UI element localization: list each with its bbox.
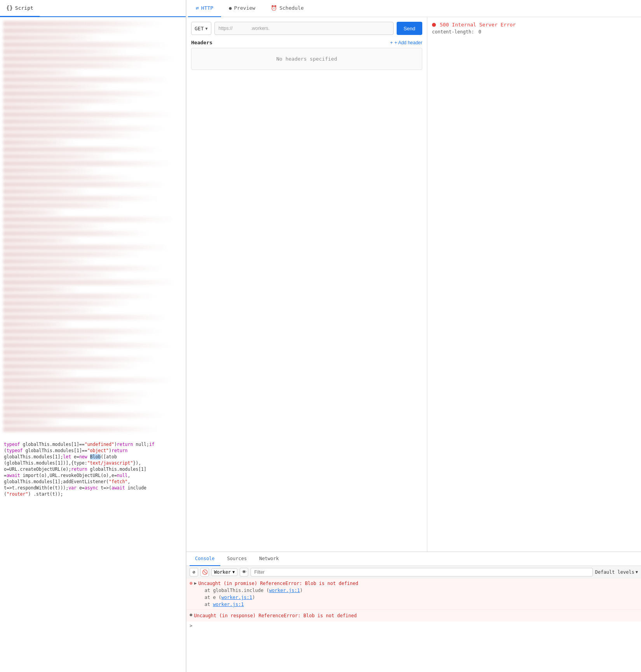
worker-chevron-icon: ▼ [232, 570, 235, 574]
error-icon-1: ⊗ [190, 580, 193, 586]
console-error-row-2: ⊗ Uncaught (in response) ReferenceError:… [186, 610, 641, 622]
url-input[interactable] [214, 22, 394, 35]
send-button[interactable]: Send [397, 22, 422, 35]
http-left: GET ▼ Send Headers + + Add header No hea… [186, 17, 427, 552]
devtools-tab-network[interactable]: Network [254, 552, 284, 566]
http-right: 500 Internal Server Error content-length… [427, 17, 641, 552]
preview-icon: ● [229, 5, 232, 11]
expand-btn-1[interactable]: ▶ [194, 581, 197, 586]
method-value: GET [195, 26, 204, 31]
error-icon-2: ⊗ [190, 612, 192, 618]
bottom-devtools: Console Sources Network ⊘ 🚫 Worker ▼ 👁 D… [186, 552, 641, 672]
headers-section: Headers + + Add header No headers specif… [186, 40, 427, 70]
default-levels-label: Default levels [595, 569, 634, 575]
devtools-tab-console[interactable]: Console [190, 552, 220, 566]
method-chevron-icon: ▼ [205, 26, 207, 31]
default-levels-chevron-icon: ▼ [636, 570, 638, 574]
error-stack-1c: at worker.js:1 [198, 601, 358, 608]
devtools-sources-label: Sources [227, 556, 247, 561]
right-top-tabs: ⇄ HTTP ● Preview ⏰ Schedule [186, 0, 641, 17]
left-panel: {} Script [0, 0, 186, 672]
script-tab-label: Script [15, 5, 33, 11]
error-text-1: Uncaught (in promise) ReferenceError: Bl… [198, 580, 358, 608]
left-tab-bar: {} Script [0, 0, 186, 17]
headers-label: Headers [191, 40, 213, 45]
add-header-button[interactable]: + + Add header [390, 40, 422, 45]
console-error-row-1: ⊗ ▶ Uncaught (in promise) ReferenceError… [186, 578, 641, 610]
add-header-label: + Add header [394, 40, 422, 45]
worker-link-1b[interactable]: worker.js:1 [221, 595, 252, 600]
error-main-2: Uncaught (in response) ReferenceError: B… [194, 613, 357, 618]
script-tab[interactable]: {} Script [0, 0, 40, 17]
worker-link-1a[interactable]: worker.js:1 [269, 588, 300, 593]
prompt-arrow: > [190, 623, 192, 628]
error-text-2: Uncaught (in response) ReferenceError: B… [194, 612, 357, 619]
error-stack-1a: at globalThis.include (worker.js:1) [198, 587, 358, 594]
http-icon: ⇄ [196, 5, 199, 11]
add-header-icon: + [390, 40, 393, 45]
toolbar-log-btn[interactable]: ⊘ [190, 568, 198, 576]
devtools-toolbar: ⊘ 🚫 Worker ▼ 👁 Default levels ▼ [186, 566, 641, 578]
worker-label: Worker [214, 569, 231, 575]
status-text: 500 Internal Server Error [440, 22, 516, 28]
devtools-console-label: Console [195, 556, 215, 561]
no-headers-text: No headers specified [276, 56, 337, 62]
right-panel: ⇄ HTTP ● Preview ⏰ Schedule GET ▼ Send [186, 0, 641, 672]
filter-input[interactable] [251, 568, 592, 576]
tab-schedule[interactable]: ⏰ Schedule [263, 0, 312, 17]
console-output: ⊗ ▶ Uncaught (in promise) ReferenceError… [186, 578, 641, 672]
tab-preview-label: Preview [234, 5, 255, 11]
script-brace-icon: {} [6, 5, 13, 11]
tab-http-label: HTTP [201, 5, 213, 11]
no-headers-box: No headers specified [191, 48, 422, 70]
devtools-network-label: Network [259, 556, 279, 561]
error-main-1: Uncaught (in promise) ReferenceError: Bl… [198, 581, 358, 586]
visible-code: typeof globalThis.modules[1]=="undefined… [3, 433, 183, 499]
content-length-label: content-length: [432, 29, 474, 35]
default-levels-select[interactable]: Default levels ▼ [595, 569, 638, 575]
toolbar-eye-btn[interactable]: 👁 [240, 568, 248, 576]
response-status: 500 Internal Server Error [432, 22, 636, 28]
content-length-row: content-length: 0 [432, 29, 636, 35]
devtools-tab-sources[interactable]: Sources [222, 552, 253, 566]
tab-http[interactable]: ⇄ HTTP [188, 0, 221, 17]
method-select[interactable]: GET ▼ [191, 22, 211, 35]
toolbar-clear-btn[interactable]: 🚫 [200, 568, 209, 576]
schedule-icon: ⏰ [271, 5, 277, 11]
console-prompt[interactable]: > [186, 622, 641, 630]
tab-preview[interactable]: ● Preview [221, 0, 263, 17]
worker-link-1c[interactable]: worker.js:1 [213, 602, 244, 607]
devtools-tabs: Console Sources Network [186, 552, 641, 566]
headers-title-row: Headers + + Add header [191, 40, 422, 45]
status-dot [432, 23, 436, 27]
code-area: typeof globalThis.modules[1]=="undefined… [0, 17, 186, 672]
tab-schedule-label: Schedule [279, 5, 304, 11]
error-stack-1b: at e (worker.js:1) [198, 594, 358, 601]
worker-select[interactable]: Worker ▼ [211, 568, 237, 576]
blurred-code-lines [3, 21, 183, 432]
request-bar: GET ▼ Send [186, 22, 427, 40]
content-length-value: 0 [479, 29, 481, 35]
http-section: GET ▼ Send Headers + + Add header No hea… [186, 17, 641, 552]
